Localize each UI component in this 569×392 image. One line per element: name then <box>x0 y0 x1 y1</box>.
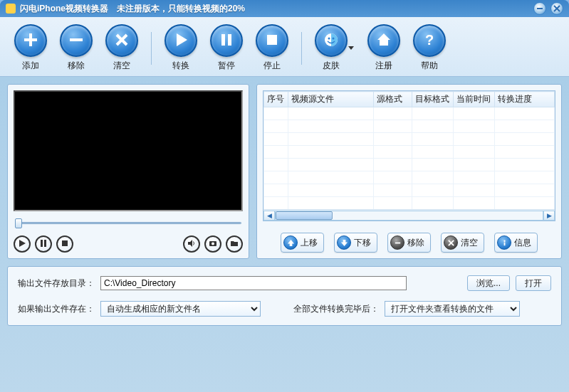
list-remove-button[interactable]: 移除 <box>387 233 431 253</box>
svg-point-20 <box>212 242 214 245</box>
scroll-right-arrow[interactable]: ▶ <box>543 211 555 221</box>
table-row[interactable] <box>264 107 555 120</box>
snapshot-button[interactable] <box>204 235 221 253</box>
table-row[interactable] <box>264 159 555 171</box>
clear-label: 清空 <box>113 60 130 72</box>
arrow-up-icon <box>283 235 298 250</box>
toolbar-separator <box>151 32 152 65</box>
stop-icon <box>61 239 69 250</box>
file-list-table[interactable]: 序号 视频源文件 源格式 目标格式 当前时间 转换进度 <box>263 90 555 221</box>
svg-rect-25 <box>503 242 505 245</box>
table-row[interactable] <box>264 133 555 146</box>
register-button[interactable]: 注册 <box>367 24 400 72</box>
add-label: 添加 <box>22 60 39 72</box>
svg-text:?: ? <box>425 32 434 48</box>
clear-button[interactable]: 清空 <box>105 24 138 72</box>
skin-label: 皮肤 <box>323 60 340 72</box>
scroll-thumb[interactable] <box>276 211 333 220</box>
move-up-button[interactable]: 上移 <box>281 233 324 253</box>
if-exists-label: 如果输出文件存在： <box>18 303 95 315</box>
home-icon <box>375 31 392 51</box>
svg-point-24 <box>503 240 505 241</box>
remove-label: 移除 <box>68 60 85 72</box>
if-exists-select[interactable]: 自动生成相应的新文件名 <box>100 301 261 317</box>
svg-marker-22 <box>340 239 347 245</box>
convert-button[interactable]: 转换 <box>165 24 197 72</box>
video-preview <box>14 90 243 211</box>
skin-dropdown-arrow[interactable] <box>348 32 355 65</box>
question-icon: ? <box>421 31 438 51</box>
svg-point-12 <box>333 37 335 39</box>
after-all-label: 全部文件转换完毕后： <box>293 303 379 315</box>
play-icon <box>18 239 26 250</box>
scroll-left-arrow[interactable]: ◀ <box>263 211 275 221</box>
table-row[interactable] <box>264 184 555 197</box>
svg-marker-18 <box>188 240 192 247</box>
folder-icon <box>230 239 239 250</box>
col-index[interactable]: 序号 <box>264 92 288 107</box>
svg-rect-0 <box>537 8 543 9</box>
table-row[interactable] <box>264 146 555 159</box>
add-button[interactable]: 添加 <box>14 24 47 72</box>
close-button[interactable] <box>550 2 563 15</box>
col-src-fmt[interactable]: 源格式 <box>374 92 412 107</box>
skin-button[interactable]: 皮肤 <box>315 24 348 72</box>
open-file-button[interactable] <box>226 235 243 253</box>
pause-button[interactable]: 暂停 <box>210 24 243 72</box>
skin-icon <box>323 31 340 51</box>
open-button[interactable]: 打开 <box>516 275 551 291</box>
play-icon <box>172 31 189 51</box>
col-dst-fmt[interactable]: 目标格式 <box>412 92 454 107</box>
stop-icon <box>263 31 281 51</box>
svg-marker-21 <box>287 239 293 245</box>
player-stop-button[interactable] <box>56 235 73 253</box>
stop-label: 停止 <box>263 60 281 72</box>
col-source[interactable]: 视频源文件 <box>288 92 374 107</box>
pause-icon <box>39 239 48 250</box>
help-button[interactable]: ? 帮助 <box>413 24 446 72</box>
help-label: 帮助 <box>421 60 438 72</box>
pause-label: 暂停 <box>218 60 235 72</box>
seek-thumb[interactable] <box>15 218 22 228</box>
plus-icon <box>22 31 39 51</box>
player-pause-button[interactable] <box>35 235 52 253</box>
output-dir-label: 输出文件存放目录： <box>18 277 95 290</box>
register-label: 注册 <box>375 60 392 72</box>
list-clear-button[interactable]: 清空 <box>441 233 484 253</box>
arrow-down-icon <box>337 235 351 250</box>
remove-button[interactable]: 移除 <box>60 24 93 72</box>
convert-label: 转换 <box>172 60 189 72</box>
volume-button[interactable] <box>183 235 200 253</box>
stop-button[interactable]: 停止 <box>256 24 288 72</box>
table-row[interactable] <box>264 120 555 133</box>
pause-icon <box>218 31 235 51</box>
svg-rect-5 <box>70 38 83 41</box>
table-row[interactable] <box>264 171 555 184</box>
minus-icon <box>68 31 85 51</box>
svg-rect-16 <box>44 240 46 247</box>
speaker-icon <box>187 239 196 250</box>
svg-rect-7 <box>221 34 225 46</box>
browse-button[interactable]: 浏览... <box>467 275 510 291</box>
after-all-select[interactable]: 打开文件夹查看转换的文件 <box>385 301 520 317</box>
minimize-button[interactable] <box>533 2 546 15</box>
table-row[interactable] <box>264 197 555 210</box>
window-title: 闪电iPhone视频转换器 未注册版本，只能转换视频的20% <box>20 3 529 15</box>
horizontal-scrollbar[interactable]: ◀ ▶ <box>263 209 555 221</box>
svg-rect-8 <box>228 34 231 46</box>
svg-rect-9 <box>267 35 277 45</box>
svg-rect-23 <box>395 242 400 243</box>
svg-point-11 <box>328 37 330 39</box>
info-icon <box>497 235 511 250</box>
col-curr-time[interactable]: 当前时间 <box>454 92 495 107</box>
col-progress[interactable]: 转换进度 <box>495 92 555 107</box>
player-play-button[interactable] <box>14 235 31 253</box>
info-button[interactable]: 信息 <box>494 233 538 253</box>
output-dir-input[interactable] <box>100 276 407 290</box>
svg-rect-15 <box>41 240 43 247</box>
toolbar-separator <box>301 32 302 65</box>
seek-slider[interactable] <box>15 218 241 228</box>
svg-rect-17 <box>62 240 68 246</box>
move-down-button[interactable]: 下移 <box>334 233 377 253</box>
svg-marker-6 <box>177 33 187 46</box>
